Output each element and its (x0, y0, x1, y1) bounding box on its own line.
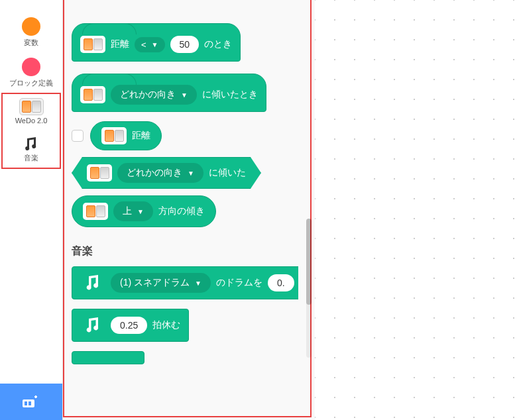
add-extension-button[interactable] (0, 384, 62, 420)
tilt-direction-dropdown[interactable]: どれかの向き▼ (111, 85, 197, 105)
wedo-icon (101, 127, 127, 144)
wedo-label: WeDo 2.0 (15, 117, 48, 125)
block-palette: 距離 <▼ 50 のとき どれかの向き▼ に傾いたとき 距離 どれかの (63, 0, 315, 420)
extension-highlight: WeDo 2.0 音楽 (1, 93, 61, 168)
wedo-icon (80, 86, 105, 103)
monitor-checkbox[interactable] (72, 130, 84, 142)
music-label: 音楽 (24, 154, 38, 162)
play-drum-block[interactable]: (1) スネアドラム▼ のドラムを 0. (72, 266, 298, 299)
drum-mid-text: のドラムを (216, 277, 262, 289)
category-myblocks[interactable]: ブロック定義 (0, 52, 62, 93)
wedo-icon (87, 164, 112, 182)
tilted-suffix: に傾いた (209, 167, 246, 179)
tilt-suffix: に傾いたとき (202, 89, 258, 101)
music-section-label: 音楽 (66, 239, 315, 261)
category-sidebar: 変数 ブロック定義 WeDo 2.0 音楽 (0, 0, 63, 420)
tilt-angle-suffix: 方向の傾き (158, 205, 205, 217)
extension-icon (21, 394, 41, 410)
category-wedo[interactable]: WeDo 2.0 (3, 94, 60, 131)
scripting-canvas[interactable] (315, 0, 517, 420)
rest-suffix: 拍休む (152, 319, 180, 331)
tilted-boolean-block[interactable]: どれかの向き▼ に傾いた (72, 157, 261, 189)
wedo-category-icon (21, 99, 41, 114)
music-category-icon (21, 136, 41, 151)
music-note-icon (80, 315, 105, 336)
drum-beats-input[interactable]: 0. (268, 274, 294, 291)
music-note-icon (80, 272, 105, 293)
drum-dropdown[interactable]: (1) スネアドラム▼ (111, 273, 211, 293)
rest-block[interactable]: 0.25 拍休む (72, 309, 189, 342)
distance-suffix: のとき (204, 38, 232, 50)
palette-scrollbar[interactable] (306, 219, 312, 358)
category-music[interactable]: 音楽 (3, 131, 60, 168)
variables-color-dot (22, 17, 40, 36)
myblocks-label: ブロック定義 (9, 79, 53, 87)
when-tilted-block[interactable]: どれかの向き▼ に傾いたとき (72, 74, 266, 112)
tilt-angle-dropdown[interactable]: 上▼ (113, 201, 153, 221)
svg-rect-2 (29, 401, 31, 405)
distance-reporter-label: 距離 (132, 130, 150, 142)
tilt-angle-block[interactable]: 上▼ 方向の傾き (72, 195, 216, 227)
wedo-icon (80, 36, 105, 53)
distance-label: 距離 (111, 38, 129, 50)
scrollbar-thumb[interactable] (306, 219, 312, 305)
variables-label: 変数 (24, 38, 38, 47)
myblocks-color-dot (22, 58, 40, 76)
when-distance-block[interactable]: 距離 <▼ 50 のとき (72, 23, 241, 62)
partial-block[interactable] (72, 351, 144, 364)
wedo-icon (83, 203, 108, 220)
svg-rect-1 (25, 401, 27, 405)
category-variables[interactable]: 変数 (0, 12, 62, 52)
distance-reporter-block[interactable]: 距離 (90, 121, 162, 150)
rest-beats-input[interactable]: 0.25 (111, 317, 147, 334)
distance-value-input[interactable]: 50 (170, 36, 200, 53)
operator-dropdown[interactable]: <▼ (135, 37, 165, 52)
tilted-direction-dropdown[interactable]: どれかの向き▼ (117, 163, 203, 183)
